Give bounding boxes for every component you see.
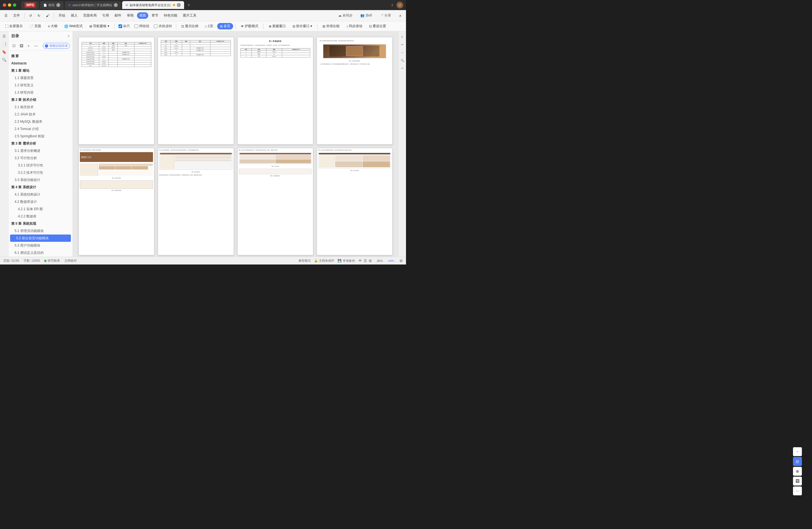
menu-start[interactable]: 开始 — [56, 12, 68, 19]
sidebar-close-icon[interactable]: × — [68, 34, 70, 39]
toc-item-15[interactable]: 3.2.1 经济可行性 — [9, 162, 73, 169]
toc-item-5[interactable]: 1.3 研究内容 — [9, 89, 73, 96]
table-border-checkbox[interactable]: 表格虚框 — [152, 24, 174, 29]
toc-item-19[interactable]: 4.1 系统结构设计 — [9, 191, 73, 198]
close-button[interactable] — [3, 3, 6, 7]
menu-chapter[interactable]: 章节 — [149, 12, 161, 19]
list-view-icon[interactable]: ☰ — [364, 259, 367, 263]
right-icon-2[interactable]: ✏ — [399, 42, 405, 48]
eye-mode-btn[interactable]: 👁 护眼模式 — [238, 23, 261, 29]
toc-item-0[interactable]: 摘 要 — [9, 53, 73, 60]
toc-item-10[interactable]: 2.4 Tomcat 介绍 — [9, 125, 73, 133]
toc-item-26[interactable]: 5.3 用户功能模块 — [9, 242, 73, 249]
toc-item-22[interactable]: 4.2.2 数据表 — [9, 213, 73, 220]
minimize-button[interactable] — [8, 3, 11, 7]
menu-icon[interactable]: ☰ — [2, 13, 10, 18]
toc-item-14[interactable]: 3.2 可行性分析 — [9, 155, 73, 162]
menu-reference[interactable]: 引用 — [100, 12, 111, 19]
menu-image-tools[interactable]: 图片工具 — [181, 12, 199, 19]
format-painter[interactable]: 🖌 — [44, 13, 52, 18]
sidebar-checkbox-icon[interactable]: ☑ — [11, 43, 17, 49]
grid-view-icon[interactable]: ⊞ — [369, 259, 372, 263]
toc-item-18[interactable]: 第 4 章 系统设计 — [9, 183, 73, 191]
toc-item-2[interactable]: 第 1 章 绪论 — [9, 67, 73, 74]
toc-item-11[interactable]: 2.5 SpringBoot 框架 — [9, 133, 73, 140]
toc-item-8[interactable]: 2.2 JAVA 技术 — [9, 111, 73, 118]
local-backup[interactable]: 💾 本地备份 — [338, 259, 355, 263]
toc-item-25[interactable]: 5.2 前台首页功能模块 — [10, 235, 71, 242]
toc-item-3[interactable]: 1.1 课题背景 — [9, 74, 73, 82]
sync-scroll-btn[interactable]: ↕ 同步滚动 — [344, 23, 365, 29]
page-thumb-8[interactable]: 图5-2 前台首页功能模块展示图，展示系统完整的前台页面设计效果。 — [317, 148, 393, 255]
toc-item-23[interactable]: 第 5 章 系统实现 — [9, 220, 73, 227]
toc-item-27[interactable]: 6.1 测试定义及目的 — [9, 249, 73, 256]
left-icon-menu[interactable]: ☰ — [1, 33, 7, 39]
zoom-level[interactable]: 36% — [375, 259, 385, 263]
menu-mail[interactable]: 邮件 — [112, 12, 124, 19]
tab-ssm[interactable]: W ssm小程序校内二手交易网站 × — [65, 1, 121, 9]
collab-button[interactable]: 👥 协作 — [358, 12, 374, 19]
nav-pane-btn[interactable]: ⊞ 导航窗格 ▾ — [87, 23, 112, 29]
fullscreen-button[interactable] — [13, 3, 16, 7]
page-thumb-3[interactable]: 第 1 章 基础实现 系统实现部分根据系统设计，对系统进行编码实现，包括管理员、… — [237, 37, 313, 145]
right-icon-4[interactable]: 🔍 — [399, 57, 405, 63]
one-page-btn[interactable]: □ 1页 — [202, 23, 216, 29]
menu-file[interactable]: 文件 — [11, 12, 22, 19]
share-button[interactable]: ↗ 分享 — [378, 12, 393, 19]
doc-review[interactable]: 文档校对 — [64, 259, 77, 263]
right-icon-3[interactable]: ↔ — [399, 49, 405, 56]
tab-ssm-close[interactable]: × — [114, 3, 118, 7]
right-icon-5[interactable]: ↩ — [399, 65, 405, 71]
ruler-checkbox[interactable]: 标尺 — [117, 24, 132, 29]
outline-view-btn[interactable]: ≡ 大纲 — [45, 23, 60, 29]
menu-special[interactable]: 特色功能 — [162, 12, 179, 19]
page-thumb-5[interactable]: 图5-1 系统首页展示图，管理后台登录界面 — [78, 148, 155, 255]
undo-button[interactable]: ↺ — [27, 13, 34, 18]
toc-item-6[interactable]: 第 2 章 技术介绍 — [9, 96, 73, 103]
split-window-btn[interactable]: ⊟ 拆分窗口 ▾ — [290, 23, 315, 29]
fullscreen-view-btn[interactable]: ⛶ 全屏显示 — [2, 23, 26, 29]
web-view-btn[interactable]: 🌐 Web页式 — [61, 23, 85, 29]
expand-button[interactable]: ∧ — [397, 13, 404, 18]
right-icon-1[interactable]: ≡ — [399, 34, 405, 40]
doc-area[interactable]: 字段类型说明备注PRIMARY KEY idint主键自增✓ usernamev… — [73, 31, 398, 256]
spell-check[interactable]: 拼写检查 — [44, 259, 60, 263]
sidebar-image-icon[interactable]: 🖼 — [18, 43, 24, 49]
tab-active[interactable]: W 副本家具销售电商平台论文(1) × — [122, 1, 184, 9]
display-ratio-btn[interactable]: ⊡ 显示比例 — [178, 23, 201, 29]
toc-item-20[interactable]: 4.2 数据库设计 — [9, 198, 73, 205]
tab-daoke-close[interactable]: × — [56, 3, 60, 7]
page-thumb-4[interactable]: 图1-1家具销售系统首页展示效果图，展示系统的整体外观和功能布局。 图5-1 管… — [317, 37, 393, 145]
toc-item-9[interactable]: 2.3 MySQL 数据库 — [9, 118, 73, 125]
toc-item-13[interactable]: 3.1 需求分析概述 — [9, 147, 73, 155]
ai-recognize-btn[interactable]: 智能识别目录 — [43, 43, 70, 49]
left-icon-bookmark[interactable]: 🔖 — [1, 49, 7, 55]
user-avatar[interactable]: U — [396, 2, 403, 9]
toc-item-21[interactable]: 4.2.1 实体 ER 图 — [9, 205, 73, 213]
page-thumb-7[interactable]: 图5-2 前台首页功能模块展示图，主要包含商品分类浏览、搜索、购物车等功能。 图… — [237, 148, 313, 255]
unsync-button[interactable]: ☁ 未同步 — [336, 12, 355, 19]
reset-pos-btn[interactable]: ⊡ 重设位置 — [366, 23, 389, 29]
multi-page-btn[interactable]: ⊞ 多页 — [217, 23, 233, 29]
page-thumb-1[interactable]: 字段类型说明备注PRIMARY KEY idint主键自增✓ usernamev… — [78, 37, 155, 145]
left-icon-search[interactable]: 🔍 — [1, 57, 7, 63]
menu-layout[interactable]: 页面布局 — [81, 12, 99, 19]
toc-item-4[interactable]: 1.2 研究意义 — [9, 82, 73, 89]
toc-item-7[interactable]: 2.1 相关技术 — [9, 103, 73, 111]
page-view-btn[interactable]: 📄 页面 — [27, 23, 44, 29]
toc-item-24[interactable]: 5.1 管理员功能模块 — [9, 227, 73, 235]
toc-item-1[interactable]: Abstracts — [9, 60, 73, 67]
sidebar-add-icon[interactable]: + — [26, 43, 31, 49]
sidebar-collapse-icon[interactable]: — — [33, 43, 39, 49]
toc-item-16[interactable]: 3.2.2 技术可行性 — [9, 169, 73, 176]
menu-insert[interactable]: 插入 — [69, 12, 80, 19]
tab-active-close[interactable]: × — [177, 3, 181, 7]
page-thumb-6[interactable]: 图5-14 商品管理模块，展示系统后台商品列表管理界面，包含商品增删改查功能。 — [158, 148, 234, 255]
add-tab-button[interactable]: + — [185, 2, 192, 8]
toc-item-17[interactable]: 3.3 系统功能设计 — [9, 176, 73, 183]
toc-item-12[interactable]: 第 3 章 需求分析 — [9, 140, 73, 147]
tab-daoke[interactable]: 📄 稻壳 × — [40, 1, 63, 9]
expand-bottom-icon[interactable]: ⊞ — [400, 259, 403, 263]
page-thumb-2[interactable]: 字段类型说明备注PRIMARY KEY idint✓ titlevarchar … — [158, 37, 234, 145]
arrange-btn[interactable]: ⊞ 并排比较 — [320, 23, 343, 29]
